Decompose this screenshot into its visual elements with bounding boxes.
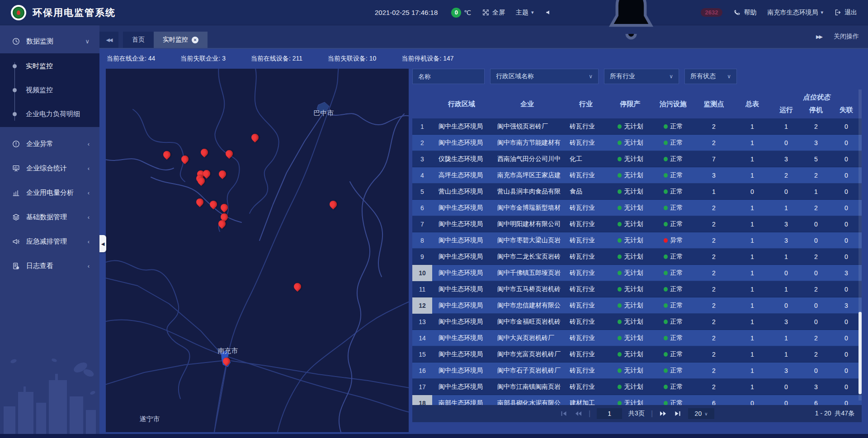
- cell-production: 无计划: [609, 188, 652, 196]
- cell-monitor-points: 2: [694, 204, 733, 212]
- status-dot-green: [618, 320, 622, 324]
- status-dot-green: [618, 238, 622, 243]
- table-row[interactable]: 7阆中生态环境局阆中明阳建材有限公司砖瓦行业无计划正常21300: [412, 216, 862, 232]
- cell-industry: 砖瓦行业: [563, 253, 609, 261]
- status-dot-green: [664, 385, 668, 389]
- cell-production: 无计划: [609, 318, 652, 326]
- cell-stopped: 2: [801, 351, 831, 358]
- cell-monitor-points: 2: [694, 139, 733, 146]
- cell-running: 3: [771, 221, 801, 228]
- tab-实时监控[interactable]: 实时监控×: [154, 32, 208, 48]
- cell-stopped: 2: [801, 286, 831, 293]
- chevron-left-icon: ‹: [88, 263, 90, 269]
- cell-region: 阆中生态环境局: [432, 236, 491, 245]
- table-row[interactable]: 2阆中生态环境局阆中市南方节能建材有砖瓦行业无计划正常21030: [412, 135, 862, 151]
- cell-production: 无计划: [609, 122, 652, 131]
- cell-monitor-points: 2: [694, 383, 733, 391]
- status-dot-green: [664, 368, 668, 373]
- cell-company: 阆中市枣碧大梁山页岩: [491, 236, 563, 245]
- cell-industry: 砖瓦行业: [563, 220, 609, 228]
- sidebar-subitem-label: 实时监控: [26, 62, 53, 71]
- row-index: 16: [412, 363, 432, 379]
- sidebar-subitem-企业电力负荷明细[interactable]: 企业电力负荷明细: [0, 102, 99, 126]
- table-row[interactable]: 5营山生态环境局营山县润丰肉食品有限食品无计划正常10010: [412, 184, 862, 200]
- name-search-input[interactable]: [412, 69, 485, 84]
- cell-total-meter: 1: [733, 269, 771, 277]
- cell-stopped: 2: [801, 172, 831, 179]
- production-status-label: 无计划: [624, 318, 643, 326]
- facility-status-label: 正常: [670, 350, 683, 358]
- tab-close-icon[interactable]: ×: [192, 37, 198, 43]
- sidebar-item-企业异常[interactable]: 企业异常‹: [0, 132, 99, 156]
- table-row[interactable]: 4高坪生态环境局南充市高坪区王家店建砖瓦行业无计划正常31220: [412, 167, 862, 184]
- cell-region: 阆中生态环境局: [432, 204, 491, 212]
- cell-monitor-points: 2: [694, 318, 733, 325]
- tab-首页[interactable]: 首页: [123, 32, 154, 48]
- prev-page-button[interactable]: [574, 410, 582, 418]
- help-button[interactable]: 帮助: [733, 9, 756, 17]
- map-collapse-handle[interactable]: ◀: [99, 235, 106, 252]
- sidebar-item-日志查看[interactable]: 日志查看‹: [0, 254, 99, 278]
- tab-bar: ◀◀ 首页实时监控× ▶▶ 关闭操作: [99, 25, 868, 49]
- close-operations-button[interactable]: 关闭操作: [834, 33, 859, 41]
- sidebar-subitem-视频监控[interactable]: 视频监控: [0, 78, 99, 102]
- row-index: 4: [412, 167, 432, 184]
- sidebar-item-基础数据管理[interactable]: 基础数据管理‹: [0, 205, 99, 229]
- table-scrollbar-thumb[interactable]: [859, 312, 862, 394]
- sidebar-item-企业用电量分析[interactable]: 企业用电量分析‹: [0, 180, 99, 205]
- production-status-label: 无计划: [624, 367, 643, 375]
- next-page-button[interactable]: [659, 410, 667, 418]
- chevron-down-icon: ∨: [669, 73, 673, 80]
- row-index: 9: [412, 249, 432, 265]
- cell-running: 0: [771, 139, 801, 146]
- cell-industry: 食品: [563, 188, 609, 196]
- notifications-button[interactable]: 2632: [563, 0, 723, 47]
- pagination-range-label: 1 - 20 共47条: [815, 410, 854, 418]
- sidebar-item-企业综合统计[interactable]: 企业综合统计‹: [0, 156, 99, 180]
- status-select[interactable]: 所有状态∨: [684, 69, 737, 84]
- production-status-label: 无计划: [624, 253, 643, 261]
- table-row[interactable]: 1阆中生态环境局阆中强锐页岩砖厂砖瓦行业无计划正常21120: [412, 118, 862, 135]
- theme-dropdown[interactable]: 主题▾: [516, 9, 534, 17]
- page-size-select[interactable]: 20∨: [688, 408, 714, 419]
- cell-industry: 化工: [563, 155, 609, 163]
- production-status-label: 无计划: [624, 350, 643, 358]
- cell-facility: 异常: [652, 236, 694, 245]
- region-select[interactable]: 行政区域名称∨: [490, 69, 599, 84]
- table-row[interactable]: 12阆中生态环境局阆中市忠信建材有限公砖瓦行业无计划正常21003: [412, 297, 862, 314]
- datetime: 2021-02-25 17:46:18: [375, 9, 438, 16]
- last-page-button[interactable]: [674, 410, 682, 418]
- first-page-button[interactable]: [560, 410, 568, 418]
- sidebar-item-数据监测[interactable]: 数据监测∨: [0, 29, 99, 53]
- speaker-button[interactable]: [545, 9, 552, 16]
- table-row[interactable]: 14阆中生态环境局阆中大兴页岩机砖厂砖瓦行业无计划正常21120: [412, 330, 862, 346]
- logout-button[interactable]: 退出: [834, 9, 857, 17]
- table-row[interactable]: 16阆中生态环境局阆中市石子页岩机砖厂砖瓦行业无计划正常21300: [412, 363, 862, 379]
- cell-facility: 正常: [652, 155, 694, 163]
- table-row[interactable]: 13阆中生态环境局阆中市金福旺页岩机砖砖瓦行业无计划正常21300: [412, 314, 862, 330]
- table-row[interactable]: 15阆中生态环境局阆中市光富页岩机砖厂砖瓦行业无计划正常21120: [412, 346, 862, 363]
- org-dropdown[interactable]: 南充市生态环境局▾: [767, 9, 823, 17]
- table-row[interactable]: 6阆中生态环境局阆中市金博瑞新型墙材砖瓦行业无计划正常21120: [412, 200, 862, 216]
- industry-select[interactable]: 所有行业∨: [604, 69, 679, 84]
- table-row[interactable]: 8阆中生态环境局阆中市枣碧大梁山页岩砖瓦行业无计划异常21300: [412, 232, 862, 249]
- production-status-label: 无计划: [624, 301, 643, 310]
- sidebar-subitem-实时监控[interactable]: 实时监控: [0, 54, 99, 78]
- table-row[interactable]: 10阆中生态环境局阆中千佛镇五郎垭页岩砖瓦行业无计划正常21003: [412, 265, 862, 281]
- table-row[interactable]: 3仪陇生态环境局西南油气田分公司川中化工无计划正常71350: [412, 151, 862, 167]
- table-scrollbar-track[interactable]: [859, 89, 862, 400]
- tabs-scroll-right-button[interactable]: ▶▶: [816, 34, 822, 40]
- sidebar-item-应急减排管理[interactable]: 应急减排管理‹: [0, 229, 99, 254]
- fullscreen-button[interactable]: 全屏: [482, 9, 505, 17]
- cell-total-meter: 1: [733, 123, 771, 130]
- map-panel[interactable]: 巴中市南充市遂宁市: [106, 69, 409, 432]
- table-row[interactable]: 18南部生态环境局南部县砌化水泥有限公建材加工无计划正常60060: [412, 395, 862, 405]
- tabs-scroll-left-button[interactable]: ◀◀: [99, 32, 118, 48]
- table-row[interactable]: 11阆中生态环境局阆中市五马桥页岩机砖砖瓦行业无计划正常21120: [412, 281, 862, 297]
- page-number-input[interactable]: [597, 408, 622, 419]
- table-row[interactable]: 17阆中生态环境局阆中市江南镇阆南页岩砖瓦行业无计划正常21030: [412, 379, 862, 395]
- table-row[interactable]: 9阆中生态环境局阆中市二龙长宝页岩砖砖瓦行业无计划正常21120: [412, 249, 862, 265]
- stat-当前停机设备: 当前停机设备: 147: [401, 55, 453, 63]
- cell-company: 阆中市江南镇阆南页岩: [491, 383, 563, 391]
- cell-company: 阆中市忠信建材有限公: [491, 301, 563, 310]
